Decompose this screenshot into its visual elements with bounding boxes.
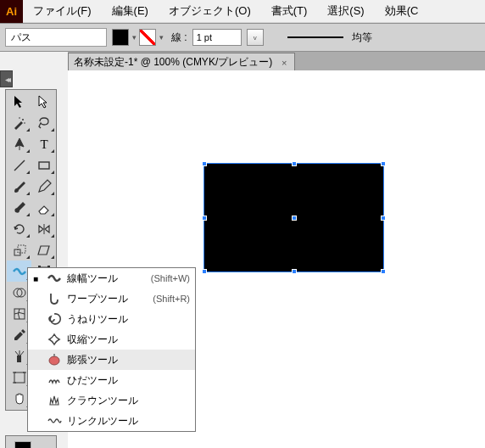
- flyout-item-width[interactable]: ■ 線幅ツール (Shift+W): [28, 268, 195, 288]
- stroke-weight-stepper[interactable]: v: [247, 29, 264, 46]
- scale-tool[interactable]: [7, 239, 31, 260]
- stroke-profile-preview[interactable]: [287, 36, 343, 40]
- document-tab-bar: 名称未設定-1* @ 100% (CMYK/プレビュー) ×: [68, 52, 485, 70]
- bloat-tool-icon: [47, 352, 62, 367]
- magic-wand-tool[interactable]: [7, 112, 31, 133]
- flyout-item-warp[interactable]: ワープツール (Shift+R): [28, 288, 195, 309]
- fill-stroke-indicator[interactable]: [14, 441, 43, 448]
- svg-rect-24: [14, 372, 25, 383]
- line-tool[interactable]: [7, 154, 31, 176]
- svg-rect-20: [17, 356, 21, 362]
- tool-flyout-menu: ■ 線幅ツール (Shift+W) ワープツール (Shift+R) うねりツー…: [27, 267, 196, 432]
- fill-stroke-swatches[interactable]: ▾ ▾: [112, 29, 166, 46]
- selection-type-label: パス: [5, 28, 107, 47]
- fill-dropdown-icon[interactable]: ▾: [129, 29, 139, 46]
- flyout-label: 膨張ツール: [67, 353, 185, 367]
- toolbox-color: [5, 435, 57, 448]
- svg-line-4: [14, 160, 25, 171]
- stroke-label: 線 :: [171, 31, 187, 45]
- flyout-label: ひだツール: [67, 373, 185, 388]
- stroke-weight-input[interactable]: [192, 29, 242, 46]
- blob-brush-tool[interactable]: [7, 197, 31, 218]
- flyout-shortcut: (Shift+W): [151, 273, 190, 283]
- wrinkle-tool-icon: [47, 413, 62, 428]
- flyout-item-twirl[interactable]: うねりツール: [28, 309, 195, 329]
- flyout-label: ワープツール: [67, 292, 148, 306]
- svg-point-27: [49, 356, 59, 365]
- flyout-label: うねりツール: [67, 312, 185, 327]
- svg-rect-5: [39, 162, 49, 169]
- svg-point-0: [22, 119, 24, 120]
- scallop-tool-icon: [47, 372, 62, 388]
- menu-select[interactable]: 選択(S): [317, 0, 374, 23]
- document-tab-close-icon[interactable]: ×: [279, 58, 289, 68]
- flyout-current-marker: ■: [33, 274, 42, 283]
- paintbrush-tool[interactable]: [7, 176, 31, 197]
- menu-edit[interactable]: 編集(E): [102, 0, 159, 23]
- stroke-dropdown-icon[interactable]: ▾: [156, 29, 166, 46]
- flyout-label: 線幅ツール: [67, 272, 146, 286]
- pen-tool[interactable]: [7, 133, 31, 154]
- control-bar: パス ▾ ▾ 線 : v 均等: [0, 23, 485, 52]
- menu-type[interactable]: 書式(T): [261, 0, 318, 23]
- flyout-label: クラウンツール: [67, 394, 185, 408]
- svg-text:T: T: [40, 137, 47, 151]
- width-tool-icon: [47, 271, 62, 286]
- shear-tool[interactable]: [31, 239, 56, 260]
- menu-object[interactable]: オブジェクト(O): [159, 0, 261, 23]
- flyout-shortcut: (Shift+R): [153, 294, 190, 304]
- flyout-item-scallop[interactable]: ひだツール: [28, 370, 195, 390]
- flyout-item-wrinkle[interactable]: リンクルツール: [28, 411, 195, 431]
- document-tab[interactable]: 名称未設定-1* @ 100% (CMYK/プレビュー) ×: [68, 53, 295, 71]
- flyout-item-crystallize[interactable]: クラウンツール: [28, 390, 195, 411]
- warp-tool-icon: [47, 291, 62, 306]
- svg-rect-16: [14, 309, 25, 319]
- stroke-swatch[interactable]: [139, 29, 156, 46]
- type-tool[interactable]: T: [31, 133, 56, 154]
- flyout-label: リンクルツール: [67, 414, 185, 428]
- rectangle-shape[interactable]: [204, 164, 383, 272]
- rectangle-tool[interactable]: [31, 154, 56, 176]
- flyout-label: 収縮ツール: [67, 333, 185, 347]
- direct-selection-tool[interactable]: [31, 91, 56, 112]
- menu-effect[interactable]: 効果(C: [375, 0, 429, 23]
- eraser-tool[interactable]: [31, 197, 56, 218]
- fill-swatch[interactable]: [112, 29, 129, 46]
- lasso-tool[interactable]: [31, 112, 56, 133]
- svg-point-2: [24, 122, 25, 124]
- selection-tool[interactable]: [7, 91, 31, 112]
- panel-collapse-button[interactable]: ◂◂: [0, 70, 13, 87]
- menu-file[interactable]: ファイル(F): [23, 0, 102, 23]
- stroke-profile-label[interactable]: 均等: [348, 31, 376, 45]
- document-tab-title: 名称未設定-1* @ 100% (CMYK/プレビュー): [74, 55, 272, 70]
- pencil-tool[interactable]: [31, 176, 56, 197]
- fill-color-box[interactable]: [14, 441, 31, 448]
- flyout-item-pucker[interactable]: 収縮ツール: [28, 329, 195, 350]
- pucker-tool-icon: [47, 332, 62, 347]
- svg-point-1: [19, 117, 20, 119]
- crystallize-tool-icon: [47, 393, 62, 408]
- twirl-tool-icon: [47, 311, 62, 327]
- rotate-tool[interactable]: [7, 218, 31, 239]
- reflect-tool[interactable]: [31, 218, 56, 239]
- flyout-item-bloat[interactable]: 膨張ツール: [28, 350, 195, 370]
- app-logo: Ai: [0, 0, 23, 23]
- svg-rect-28: [53, 354, 55, 356]
